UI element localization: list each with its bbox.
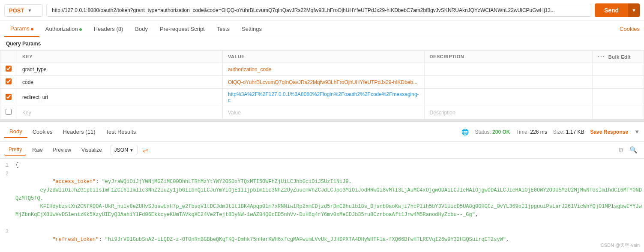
response-body[interactable]: 1 { 2 "access_token": "eyJraWQiOiJjYWNjM… [0,159,644,252]
tab-body[interactable]: Body [129,21,154,36]
auth-dot [79,28,82,31]
send-button-group: Send ▼ [595,3,640,17]
time-meta: Time: 226 ms [516,129,547,135]
method-label: POST [9,7,24,14]
query-params-header: Query Params [0,37,644,50]
row2-checkbox[interactable] [6,78,12,84]
tab-settings[interactable]: Settings [236,21,268,36]
table-row: redirect_uri http%3A%2F%2F127.0.0.1%3A80… [0,89,644,106]
row4-key[interactable]: Key [17,106,223,119]
send-dropdown-button[interactable]: ▼ [628,3,640,17]
more-options-icon[interactable]: ··· [598,53,605,60]
response-tabs: Body Cookies Headers (11) Test Results [4,126,141,138]
fmt-tab-preview[interactable]: Preview [48,145,75,155]
row4-checkbox-cell[interactable] [0,106,17,119]
chevron-down-icon: ▼ [27,8,32,13]
row3-key[interactable]: redirect_uri [17,89,223,106]
copy-icon[interactable]: ⧉ [617,145,626,155]
status-badge: Status: 200 OK [475,129,510,135]
row2-key[interactable]: code [17,76,223,89]
row2-value[interactable]: OlQQ-oYuhrBLcvumQ7qInQavJRs22Mqfw93LhFro… [223,76,425,89]
row1-checkbox[interactable] [6,66,12,72]
code-line-1: 1 { [0,161,644,170]
resp-tab-test-results[interactable]: Test Results [100,126,141,138]
col-description: DESCRIPTION [424,51,592,63]
col-checkbox [0,51,17,63]
col-value: VALUE [223,51,425,63]
resp-tab-headers[interactable]: Headers (11) [58,126,101,138]
tab-tests[interactable]: Tests [211,21,236,36]
table-row: code OlQQ-oYuhrBLcvumQ7qInQavJRs22Mqfw93… [0,76,644,89]
response-meta: 🌐 Status: 200 OK Time: 226 ms Size: 1.17… [461,129,640,135]
row2-description[interactable] [424,76,592,89]
row2-checkbox-cell[interactable] [0,76,17,89]
line-content: { [15,161,644,169]
row3-checkbox-cell[interactable] [0,89,17,106]
tab-params[interactable]: Params [4,21,39,37]
table-row: grant_type authorization_code [0,63,644,76]
line-number: 2 [0,170,15,178]
send-button[interactable]: Send [595,3,628,17]
resp-tab-body[interactable]: Body [4,126,27,138]
format-bar: Pretty Raw Preview Visualize JSON ▼ ⇌ ⧉ … [0,142,644,159]
filter-icon[interactable]: ⇌ [143,146,148,154]
resp-tab-cookies[interactable]: Cookies [27,126,58,138]
row1-value[interactable]: authorization_code [223,63,425,76]
globe-icon: 🌐 [461,129,469,135]
params-table: KEY VALUE DESCRIPTION ··· Bulk Edit gran… [0,50,644,119]
fmt-tab-pretty[interactable]: Pretty [4,144,26,156]
row4-extra [593,106,644,119]
watermark: CSDN @天空-vain [601,242,640,249]
code-line-3: 3 "refresh_token": "hi9JrVD1GubSnA2-iLQD… [0,228,644,252]
search-icon[interactable]: 🔍 [627,145,640,155]
request-tabs: Params Authorization Headers (8) Body Pr… [0,21,644,37]
line-number: 3 [0,228,15,236]
row4-value[interactable]: Value [223,106,425,119]
method-select[interactable]: POST ▼ [4,4,43,17]
col-bulk-edit: ··· Bulk Edit [593,51,644,63]
row4-description[interactable]: Description [424,106,592,119]
row1-extra [593,63,644,76]
code-display: 1 { 2 "access_token": "eyJraWQiOiJjYWNjM… [0,159,644,252]
row2-extra [593,76,644,89]
fmt-tab-raw[interactable]: Raw [28,145,47,155]
row1-description[interactable] [424,63,592,76]
row4-checkbox[interactable] [6,109,12,115]
size-meta: Size: 1.17 KB [553,129,584,135]
tab-pre-request-script[interactable]: Pre-request Script [154,21,211,36]
col-key: KEY [17,51,223,63]
save-response-chevron[interactable]: ▼ [634,129,640,135]
code-line-2: 2 "access_token": "eyJraWQiOiJjYWNjMGZiM… [0,170,644,227]
tab-headers[interactable]: Headers (8) [88,21,129,36]
row3-extra [593,89,644,106]
response-header: Body Cookies Headers (11) Test Results 🌐… [0,121,644,142]
fmt-tab-visualize[interactable]: Visualize [77,145,106,155]
tab-authorization[interactable]: Authorization [39,21,88,36]
format-type-chevron-icon: ▼ [129,148,134,153]
url-input[interactable] [46,4,591,17]
table-row: Key Value Description [0,106,644,119]
params-dot [31,28,33,30]
line-content: "refresh_token": "hi9JrVD1GubSnA2-iLQDZ-… [15,228,644,252]
row1-checkbox-cell[interactable] [0,63,17,76]
url-bar: POST ▼ Send ▼ [0,0,644,21]
cookies-link[interactable]: Cookies [620,26,640,32]
format-type-select[interactable]: JSON ▼ [111,145,138,155]
row3-description[interactable] [424,89,592,106]
save-response-button[interactable]: Save Response [590,129,628,135]
row3-value[interactable]: http%3A%2F%2F127.0.0.1%3A8080%2Flogin%2F… [223,89,425,106]
row3-checkbox[interactable] [6,94,12,100]
row1-key[interactable]: grant_type [17,63,223,76]
line-number: 1 [0,161,15,170]
line-content: "access_token": "eyJraWQiOiJjYWNjMGZiMC0… [15,170,644,227]
